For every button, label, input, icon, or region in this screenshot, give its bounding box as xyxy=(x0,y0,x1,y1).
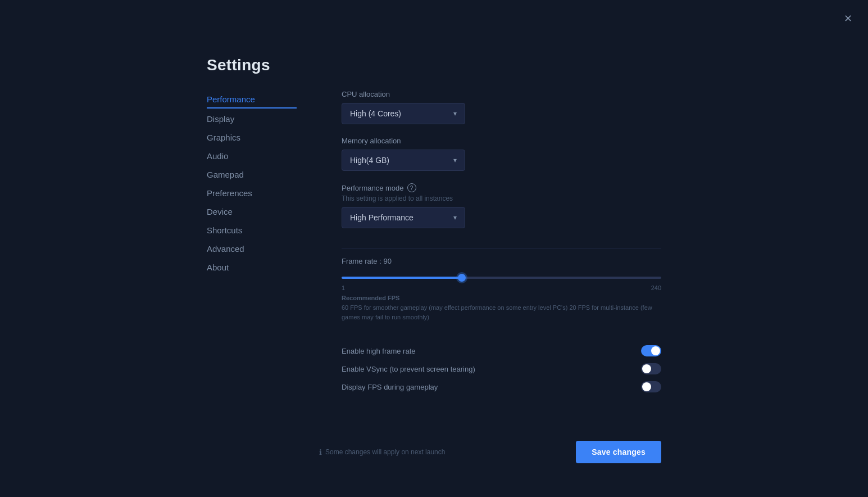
performance-mode-section: Performance mode ? This setting is appli… xyxy=(342,183,661,228)
sidebar-item-display[interactable]: Display xyxy=(207,110,297,128)
toggle-label-display-fps: Display FPS during gameplay xyxy=(342,383,438,391)
toggle-knob-high-frame-rate xyxy=(651,346,660,355)
recommended-fps-title: Recommended FPS xyxy=(342,295,661,301)
toggle-row-high-frame-rate: Enable high frame rate xyxy=(342,342,661,360)
toggle-label-high-frame-rate: Enable high frame rate xyxy=(342,347,416,355)
sidebar-item-device[interactable]: Device xyxy=(207,202,297,221)
slider-range: 1 240 xyxy=(342,284,661,291)
footer: ℹ Some changes will apply on next launch… xyxy=(319,441,661,463)
frame-rate-label: Frame rate : 90 xyxy=(342,257,661,265)
cpu-allocation-label: CPU allocation xyxy=(342,90,661,98)
footer-note: ℹ Some changes will apply on next launch xyxy=(319,448,445,457)
settings-layout: PerformanceDisplayGraphicsAudioGamepadPr… xyxy=(207,90,661,396)
page-title: Settings xyxy=(207,56,270,74)
memory-allocation-chevron-icon: ▾ xyxy=(453,156,457,164)
toggle-switch-high-frame-rate[interactable] xyxy=(641,345,661,356)
performance-mode-label: Performance mode ? xyxy=(342,183,661,192)
slider-max: 240 xyxy=(651,284,661,291)
frame-rate-section: Frame rate : 90 1 240 Recommended FPS 60… xyxy=(342,257,661,329)
performance-mode-help-icon[interactable]: ? xyxy=(407,183,416,192)
info-icon: ℹ xyxy=(319,448,322,457)
save-changes-button[interactable]: Save changes xyxy=(576,441,661,463)
sidebar-item-about[interactable]: About xyxy=(207,258,297,277)
sidebar-item-performance[interactable]: Performance xyxy=(207,90,297,109)
performance-mode-hint: This setting is applied to all instances xyxy=(342,195,661,202)
cpu-allocation-section: CPU allocation High (4 Cores) ▾ xyxy=(342,90,661,124)
sidebar-item-preferences[interactable]: Preferences xyxy=(207,184,297,202)
divider xyxy=(342,248,661,249)
toggle-row-vsync: Enable VSync (to prevent screen tearing) xyxy=(342,360,661,378)
performance-mode-chevron-icon: ▾ xyxy=(453,214,457,222)
toggle-knob-vsync xyxy=(642,364,651,373)
memory-allocation-value: High(4 GB) xyxy=(350,156,389,165)
frame-rate-slider-container xyxy=(342,271,661,281)
toggle-label-vsync: Enable VSync (to prevent screen tearing) xyxy=(342,365,475,373)
toggle-switch-display-fps[interactable] xyxy=(641,381,661,392)
performance-mode-dropdown[interactable]: High Performance ▾ xyxy=(342,207,465,228)
sidebar: PerformanceDisplayGraphicsAudioGamepadPr… xyxy=(207,90,297,396)
close-button[interactable]: ✕ xyxy=(844,13,852,24)
memory-allocation-section: Memory allocation High(4 GB) ▾ xyxy=(342,137,661,171)
cpu-allocation-chevron-icon: ▾ xyxy=(453,110,457,118)
sidebar-item-audio[interactable]: Audio xyxy=(207,147,297,165)
sidebar-item-shortcuts[interactable]: Shortcuts xyxy=(207,221,297,240)
slider-min: 1 xyxy=(342,284,345,291)
toggle-knob-display-fps xyxy=(642,382,651,391)
toggles-container: Enable high frame rateEnable VSync (to p… xyxy=(342,342,661,396)
toggle-switch-vsync[interactable] xyxy=(641,363,661,374)
settings-window: ✕ Settings PerformanceDisplayGraphicsAud… xyxy=(0,0,868,497)
cpu-allocation-dropdown[interactable]: High (4 Cores) ▾ xyxy=(342,103,465,124)
sidebar-item-advanced[interactable]: Advanced xyxy=(207,240,297,258)
sidebar-item-gamepad[interactable]: Gamepad xyxy=(207,165,297,184)
frame-rate-slider[interactable] xyxy=(342,277,661,279)
recommended-fps-description: 60 FPS for smoother gameplay (may effect… xyxy=(342,303,661,322)
toggle-row-display-fps: Display FPS during gameplay xyxy=(342,378,661,396)
memory-allocation-label: Memory allocation xyxy=(342,137,661,145)
memory-allocation-dropdown[interactable]: High(4 GB) ▾ xyxy=(342,150,465,171)
cpu-allocation-value: High (4 Cores) xyxy=(350,109,401,118)
sidebar-item-graphics[interactable]: Graphics xyxy=(207,128,297,147)
performance-mode-value: High Performance xyxy=(350,213,413,222)
main-content: CPU allocation High (4 Cores) ▾ Memory a… xyxy=(342,90,661,396)
